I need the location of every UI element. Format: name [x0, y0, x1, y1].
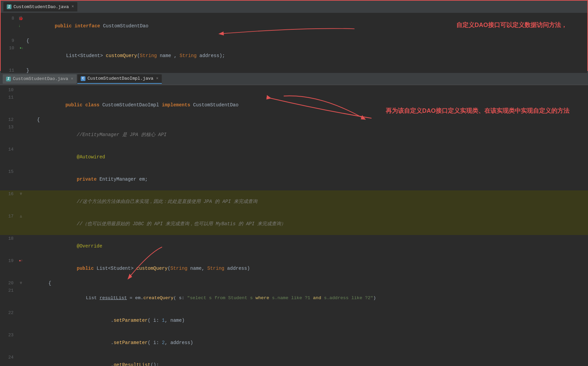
code-line-9: 9 { [1, 37, 587, 45]
tab-label-dao: CustomStudentDao.java [13, 76, 68, 81]
bottom-tab-bar: I CustomStudentDao.java × C CustomStuden… [0, 73, 588, 85]
line-num-b21: 21 [0, 287, 18, 294]
line-num-b12: 12 [0, 116, 18, 124]
line-num-b17: 17 [0, 213, 18, 220]
code-line-b22: 22 .setParameter( i: 1, name) [0, 309, 588, 332]
code-line-b20: 20 ▽ { [0, 280, 588, 287]
line-num-b14: 14 [0, 146, 18, 153]
fold-icon-20[interactable]: ▽ [20, 280, 22, 287]
line-gutter-8: 🐞↓ [18, 15, 25, 30]
line-content-b19: public List<Student> customQuery(String … [24, 257, 588, 280]
line-gutter-b16: ▽ [18, 190, 24, 198]
tab-label-top: CustomStudentDao.java [14, 4, 69, 9]
code-line-b15: 15 private EntityManager em; [0, 168, 588, 190]
code-line-b13: 13 //EntityManager 是 JPA 的核心 API [0, 124, 588, 146]
line-content-b18: @Override [24, 235, 588, 257]
interface-icon: I [7, 4, 11, 9]
main-container: I CustomStudentDao.java × 8 🐞↓ public in… [0, 0, 588, 366]
line-num-b10: 10 [0, 86, 18, 94]
line-num-b23: 23 [0, 332, 18, 339]
code-line-b14: 14 @Autowired [0, 146, 588, 168]
line-num-b24: 24 [0, 354, 18, 361]
tab-close-dao[interactable]: × [71, 77, 73, 81]
run-icon-b19[interactable]: ●↑ [19, 257, 23, 265]
line-content-9: { [25, 37, 587, 45]
line-content-b24: .getResultList(); [24, 354, 588, 366]
line-content-b20: { [24, 280, 588, 287]
top-code-area: 8 🐞↓ public interface CustomStudentDao 9… [1, 13, 587, 76]
line-num-b22: 22 [0, 309, 18, 317]
code-line-b11: 11 public class CustomStudentDaoImpl imp… [0, 94, 588, 116]
line-gutter-b19: ●↑ [18, 257, 24, 265]
tab-custom-student-dao-top[interactable]: I CustomStudentDao.java × [3, 2, 77, 11]
code-line-b19: 19 ●↑ public List<Student> customQuery(S… [0, 257, 588, 280]
run-debug-icon-8[interactable]: 🐞↓ [18, 15, 25, 30]
line-content-8: public interface CustomStudentDao [25, 15, 587, 37]
tab-close-top[interactable]: × [72, 4, 74, 9]
code-line-b23: 23 .setParameter( i: 2, address) [0, 332, 588, 354]
line-num-b20: 20 [0, 280, 18, 287]
code-line-b18: 18 @Override [0, 235, 588, 257]
top-panel: I CustomStudentDao.java × 8 🐞↓ public in… [0, 0, 588, 71]
tab-custom-student-dao-impl[interactable]: C CustomStudentDaoImpl.java × [77, 74, 162, 84]
interface-icon-bottom: I [6, 77, 11, 81]
line-num-b19: 19 [0, 257, 18, 265]
run-icon-10[interactable]: ●↓ [20, 45, 24, 52]
line-gutter-b20: ▽ [18, 280, 24, 287]
top-tab-bar: I CustomStudentDao.java × [1, 1, 587, 13]
line-content-10: List<Student> customQuery(String name , … [25, 45, 587, 67]
fold-icon-16[interactable]: ▽ [20, 190, 22, 198]
code-line-b17: 17 △ //（也可以使用最原始的 JDBC 的 API 来完成查询，也可以用 … [0, 213, 588, 235]
line-content-b11: public class CustomStudentDaoImpl implem… [24, 94, 588, 116]
line-num-b13: 13 [0, 124, 18, 131]
line-content-b21: List resultList = em.createQuery( s: "se… [24, 287, 588, 309]
line-num-b16: 16 [0, 190, 18, 198]
code-line-b21: 21 List resultList = em.createQuery( s: … [0, 287, 588, 309]
class-icon-impl: C [81, 76, 85, 81]
line-num-b15: 15 [0, 168, 18, 176]
code-line-b24: 24 .getResultList(); [0, 354, 588, 366]
line-gutter-10: ●↓ [18, 45, 25, 52]
line-num-b11: 11 [0, 94, 18, 101]
code-line-b12: 12 { [0, 116, 588, 124]
line-num-b18: 18 [0, 235, 18, 242]
bottom-code-area: 10 11 public class CustomStudentDaoImpl … [0, 85, 588, 366]
line-content-b12: { [24, 116, 588, 124]
line-content-b14: @Autowired [24, 146, 588, 168]
tab-label-impl: CustomStudentDaoImpl.java [87, 76, 153, 81]
code-line-b10: 10 [0, 86, 588, 94]
line-content-b13: //EntityManager 是 JPA 的核心 API [24, 124, 588, 146]
tab-custom-student-dao-bottom[interactable]: I CustomStudentDao.java × [3, 74, 77, 84]
tab-close-impl[interactable]: × [156, 76, 158, 81]
line-num-9: 9 [1, 37, 18, 45]
line-content-b23: .setParameter( i: 2, address) [24, 332, 588, 354]
line-content-b22: .setParameter( i: 1, name) [24, 309, 588, 332]
code-line-10: 10 ●↓ List<Student> customQuery(String n… [1, 45, 587, 67]
code-line-8: 8 🐞↓ public interface CustomStudentDao [1, 15, 587, 37]
line-content-b16: //这个方法的方法体由自己来实现，因此：此处是直接使用 JPA 的 API 来完… [24, 190, 588, 213]
line-gutter-b17: △ [18, 213, 24, 220]
line-num-10: 10 [1, 45, 18, 52]
bottom-panel: I CustomStudentDao.java × C CustomStuden… [0, 73, 588, 366]
code-line-b16: 16 ▽ //这个方法的方法体由自己来实现，因此：此处是直接使用 JPA 的 A… [0, 190, 588, 213]
line-content-b17: //（也可以使用最原始的 JDBC 的 API 来完成查询，也可以用 MyBat… [24, 213, 588, 235]
line-num-8: 8 [1, 15, 18, 22]
line-content-b15: private EntityManager em; [24, 168, 588, 190]
fold-icon-17[interactable]: △ [20, 213, 22, 220]
